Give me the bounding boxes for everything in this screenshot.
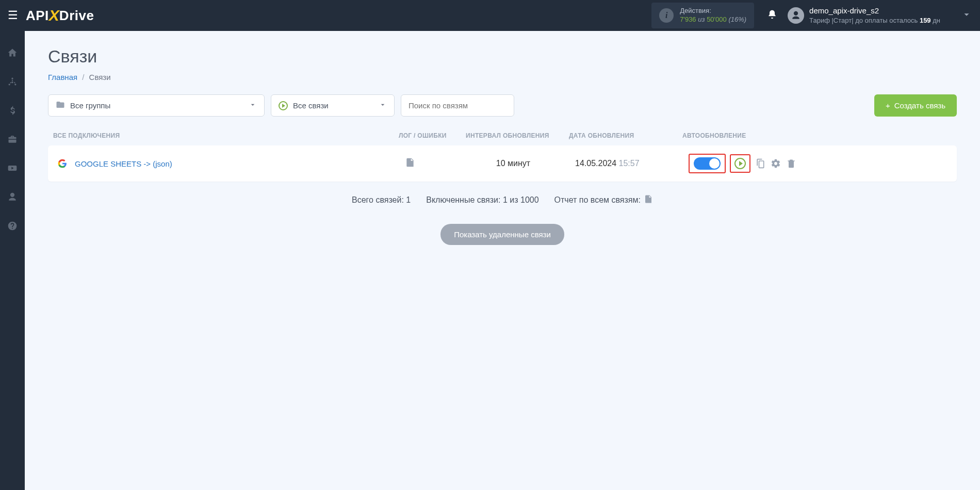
chevron-down-icon [379,101,387,110]
folder-icon [56,100,65,111]
run-now-button[interactable] [734,158,746,169]
col-log: ЛОГ / ОШИБКИ [399,132,466,139]
filters-bar: Все группы Все связи + Создать связь [48,94,957,117]
highlight-play [730,154,750,173]
connection-row[interactable]: GOOGLE SHEETS -> (json) 10 минут 14.05.2… [48,145,957,182]
actions-cell [689,154,952,173]
user-name: demo_apix-drive_s2 [809,5,940,16]
summary-total: Всего связей: 1 [352,195,411,205]
logo[interactable]: APIXDrive [26,7,94,24]
page-title: Связи [48,46,957,67]
col-name: ВСЕ ПОДКЛЮЧЕНИЯ [48,132,399,139]
main-content: Связи Главная / Связи Все группы Все свя… [25,31,980,490]
play-icon [279,101,288,110]
summary-report[interactable]: Отчет по всем связям: [554,194,653,206]
chevron-down-icon[interactable] [940,9,972,23]
highlight-toggle [689,154,726,173]
breadcrumb-current: Связи [89,73,111,81]
avatar-icon [788,7,804,24]
col-auto: АВТООБНОВЛЕНИЕ [682,132,957,139]
home-icon[interactable] [6,46,19,59]
plus-icon: + [886,101,890,110]
search-input[interactable] [401,94,514,117]
breadcrumb: Главная / Связи [48,73,957,81]
chevron-down-icon [249,101,257,110]
plan-info: Тариф |Старт| до оплаты осталось 159 дн [809,16,940,25]
menu-toggle-icon[interactable]: ☰ [8,9,18,22]
connection-filter-select[interactable]: Все связи [271,94,395,117]
sidebar [0,31,25,490]
group-select[interactable]: Все группы [48,94,265,117]
auto-update-toggle[interactable] [694,157,721,170]
col-interval: ИНТЕРВАЛ ОБНОВЛЕНИЯ [466,132,569,139]
interval-value: 10 минут [472,159,575,168]
briefcase-icon[interactable] [6,133,19,145]
google-icon [57,158,68,169]
trash-icon[interactable] [786,158,797,169]
connections-icon[interactable] [6,75,19,88]
header: ☰ APIXDrive i Действия: 7'936 из 50'000 … [0,0,980,31]
actions-stats: 7'936 из 50'000 (16%) [680,15,746,24]
bell-icon[interactable] [767,9,777,22]
show-deleted-button[interactable]: Показать удаленные связи [440,224,564,245]
document-icon [644,194,653,206]
user-menu[interactable]: demo_apix-drive_s2 Тариф |Старт| до опла… [788,5,940,25]
youtube-icon[interactable] [6,162,19,174]
info-icon: i [659,8,674,23]
actions-label: Действия: [680,7,746,15]
summary-enabled: Включенные связи: 1 из 1000 [426,195,538,205]
help-icon[interactable] [6,220,19,232]
date-value: 14.05.2024 15:57 [575,159,689,168]
connection-name[interactable]: GOOGLE SHEETS -> (json) [75,159,405,168]
col-date: ДАТА ОБНОВЛЕНИЯ [569,132,682,139]
log-cell[interactable] [405,157,472,170]
summary-bar: Всего связей: 1 Включенные связи: 1 из 1… [48,194,957,206]
copy-icon[interactable] [755,158,766,169]
breadcrumb-home[interactable]: Главная [48,73,77,81]
actions-counter[interactable]: i Действия: 7'936 из 50'000 (16%) [651,3,754,28]
dollar-icon[interactable] [6,104,19,117]
document-icon [405,157,415,170]
table-header: ВСЕ ПОДКЛЮЧЕНИЯ ЛОГ / ОШИБКИ ИНТЕРВАЛ ОБ… [48,127,957,145]
gear-icon[interactable] [770,158,781,169]
create-connection-button[interactable]: + Создать связь [874,94,957,117]
user-icon[interactable] [6,191,19,203]
